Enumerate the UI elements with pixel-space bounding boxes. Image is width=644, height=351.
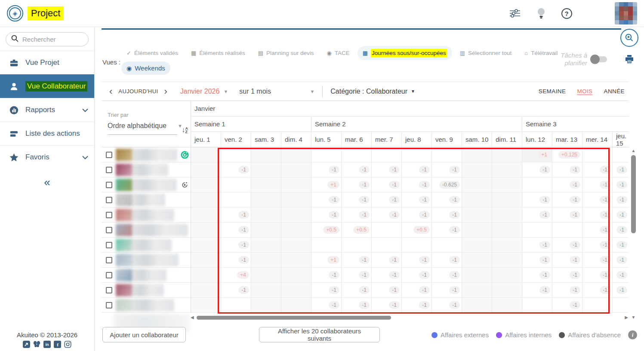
planner-cell[interactable] — [281, 162, 311, 177]
sidebar-item-liste-des-actions[interactable]: Liste des actions — [0, 122, 94, 145]
sort-dropdown[interactable]: Ordre alphabétique ▼ — [108, 122, 191, 130]
planner-cell[interactable]: -1 — [221, 253, 251, 267]
planner-cell[interactable]: -1 — [311, 162, 342, 177]
planner-cell[interactable]: -1 — [522, 268, 552, 282]
sidebar-item-favoris[interactable]: Favoris — [0, 145, 94, 169]
planner-cell[interactable]: -1 — [552, 298, 582, 312]
planner-cell[interactable] — [281, 208, 311, 222]
planner-cell[interactable] — [522, 298, 552, 312]
planner-cell[interactable] — [372, 223, 402, 237]
planner-cell[interactable]: -1 — [402, 177, 432, 192]
planner-cell[interactable]: -1 — [432, 162, 462, 177]
planner-cell[interactable] — [281, 147, 311, 162]
planner-cell[interactable]: -1 — [342, 283, 372, 297]
planner-cell[interactable]: -1 — [372, 283, 402, 297]
planner-cell[interactable]: -1 — [613, 283, 629, 297]
planner-cell[interactable] — [221, 177, 251, 192]
goal-icon[interactable] — [181, 181, 189, 189]
scroll-down-icon[interactable]: ▼ — [630, 315, 637, 320]
planner-cell[interactable]: -1 — [613, 192, 629, 207]
planner-cell[interactable] — [191, 253, 221, 267]
period-dropdown[interactable]: Janvier 2026 ▼ — [180, 88, 228, 95]
chevron-right-icon[interactable]: › — [162, 87, 169, 96]
planner-cell[interactable]: -1 — [582, 208, 613, 222]
collaborator-row[interactable] — [102, 268, 191, 283]
planner-cell[interactable]: -1 — [552, 238, 582, 252]
planner-cell[interactable] — [462, 192, 492, 207]
planner-cell[interactable] — [251, 147, 281, 162]
planner-cell[interactable]: +0.5 — [342, 223, 372, 237]
sidebar-item-rapports[interactable]: Rapports — [0, 98, 94, 122]
planner-cell[interactable] — [402, 147, 432, 162]
planner-cell[interactable] — [251, 192, 281, 207]
planner-cell[interactable]: -1 — [522, 208, 552, 222]
planner-cell[interactable]: -1 — [311, 192, 342, 207]
planner-cell[interactable] — [432, 147, 462, 162]
sidebar-search[interactable] — [6, 32, 89, 46]
planner-cell[interactable]: -1 — [311, 268, 342, 282]
planner-cell[interactable] — [281, 268, 311, 282]
planner-cell[interactable]: -1 — [613, 208, 629, 222]
planner-cell[interactable] — [191, 283, 221, 297]
tasks-to-plan-toggle[interactable] — [592, 56, 607, 62]
collaborator-checkbox[interactable] — [106, 167, 112, 173]
filter-chip-tace[interactable]: ◉TACE — [321, 47, 354, 59]
planner-cell[interactable]: -1 — [582, 253, 613, 267]
view-mode-mois[interactable]: MOIS — [577, 88, 592, 95]
linkedin-icon[interactable]: in — [43, 341, 51, 348]
lightbulb-icon[interactable] — [537, 8, 545, 19]
scroll-up-icon[interactable]: ▲ — [630, 148, 637, 153]
planner-cell[interactable] — [191, 238, 221, 252]
planner-cell[interactable] — [191, 298, 221, 312]
horizontal-scroll-thumb[interactable] — [197, 316, 391, 320]
add-collaborator-button[interactable]: Ajouter un collaborateur — [102, 327, 186, 342]
planner-cell[interactable]: -1 — [342, 208, 372, 222]
planner-cell[interactable] — [221, 298, 251, 312]
planner-cell[interactable] — [462, 208, 492, 222]
planner-cell[interactable]: -1 — [342, 298, 372, 312]
category-dropdown[interactable]: Catégorie : Collaborateur ▼ — [330, 88, 415, 95]
planner-cell[interactable]: -1 — [372, 162, 402, 177]
planner-cell[interactable] — [191, 223, 221, 237]
planner-cell[interactable]: -1 — [342, 268, 372, 282]
planner-cell[interactable] — [281, 253, 311, 267]
planner-cell[interactable]: -1 — [552, 268, 582, 282]
planner-cell[interactable]: -1 — [372, 253, 402, 267]
planner-cell[interactable]: -1 — [221, 208, 251, 222]
planner-cell[interactable] — [462, 238, 492, 252]
planner-cell[interactable]: -1 — [402, 298, 432, 312]
planner-cell[interactable] — [342, 147, 372, 162]
planner-cell[interactable] — [462, 162, 492, 177]
planner-cell[interactable]: -1 — [311, 283, 342, 297]
planner-cell[interactable]: -1 — [613, 268, 629, 282]
planner-cell[interactable]: -0.625 — [432, 177, 462, 192]
planner-cell[interactable] — [462, 177, 492, 192]
planner-cell[interactable] — [402, 238, 432, 252]
planner-cell[interactable] — [492, 223, 522, 237]
planner-cell[interactable] — [281, 238, 311, 252]
app-logo-icon[interactable]: ◈ — [7, 5, 23, 21]
planner-cell[interactable]: -1 — [613, 253, 629, 267]
collaborator-checkbox[interactable] — [106, 302, 112, 308]
today-button[interactable]: AUJOURD'HUI — [118, 88, 158, 95]
instagram-icon[interactable] — [64, 341, 71, 348]
planner-cell[interactable]: -1 — [221, 238, 251, 252]
planner-cell[interactable]: -1 — [582, 283, 613, 297]
planner-cell[interactable]: -1 — [522, 162, 552, 177]
scroll-left-icon[interactable]: ◀ — [191, 315, 194, 320]
planner-cell[interactable] — [251, 177, 281, 192]
planner-cell[interactable]: +1 — [311, 177, 342, 192]
planner-cell[interactable] — [492, 238, 522, 252]
filter-chip-l-ments-valid-s[interactable]: ✓Éléments validés — [121, 47, 183, 59]
planner-cell[interactable]: -1 — [311, 208, 342, 222]
planner-cell[interactable] — [492, 253, 522, 267]
collaborator-checkbox[interactable] — [106, 212, 112, 218]
planner-cell[interactable]: -1 — [221, 162, 251, 177]
collaborator-checkbox[interactable] — [106, 197, 112, 203]
filter-chip-weekends[interactable]: ◉ Weekends — [121, 61, 170, 75]
collaborator-row[interactable] — [102, 208, 191, 223]
planner-cell[interactable]: +0.5 — [402, 223, 432, 237]
planner-cell[interactable]: -1 — [552, 208, 582, 222]
planner-cell[interactable] — [582, 298, 613, 312]
planner-cell[interactable] — [522, 223, 552, 237]
